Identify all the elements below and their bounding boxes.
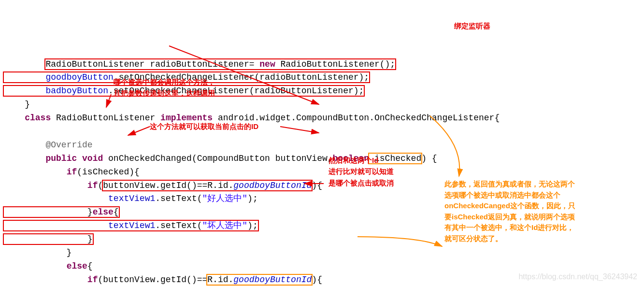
field-textView1: textView1 bbox=[108, 221, 155, 230]
else-block-box: }else{ textView1.setText("坏人选中"); } bbox=[4, 207, 258, 244]
t: ){ bbox=[312, 275, 322, 285]
kw-if: if bbox=[67, 167, 77, 177]
t: } bbox=[4, 234, 93, 244]
t bbox=[77, 154, 82, 163]
t: ){ bbox=[312, 181, 322, 190]
t: onCheckedChanged(CompoundButton buttonVi… bbox=[103, 154, 332, 163]
watermark: https://blog.csdn.net/qq_36243942 bbox=[518, 271, 637, 283]
t: (buttonView.getId()== bbox=[98, 275, 207, 285]
t: ); bbox=[247, 221, 258, 230]
note-compare-id: 然后和这两个Id进行比对就可以知道是哪个被点击或取消 bbox=[329, 155, 394, 188]
string-literal: "好人选中" bbox=[202, 194, 247, 203]
t bbox=[4, 167, 67, 177]
t: RadioButtonListener bbox=[51, 113, 160, 123]
note-bind-listener: 绑定监听器 bbox=[454, 20, 490, 31]
t bbox=[4, 113, 25, 123]
t: } bbox=[4, 248, 72, 257]
note-get-id: 这个方法就可以获取当前点击的ID bbox=[150, 121, 258, 132]
t: ( bbox=[98, 181, 103, 190]
t: .setText( bbox=[155, 194, 202, 203]
rid-compare-box: R.id.goodboyButtonId bbox=[207, 275, 312, 285]
kw-void: void bbox=[82, 154, 103, 163]
kw-new: new bbox=[259, 59, 275, 69]
t: (isChecked){ bbox=[77, 167, 140, 177]
kw-if: if bbox=[87, 181, 98, 190]
t bbox=[4, 261, 67, 271]
t bbox=[4, 181, 87, 190]
field-badboyButton: badboyButton bbox=[45, 86, 108, 96]
note-call-method: 哪个被选中都会调用这个方法，且把参数传递到这里，这样调用 bbox=[114, 76, 215, 99]
t: buttonView.getId()==R.id. bbox=[103, 181, 233, 190]
t: RadioButtonListener(); bbox=[275, 59, 395, 69]
t: { bbox=[87, 261, 93, 271]
t bbox=[4, 154, 45, 163]
t bbox=[4, 194, 108, 203]
kw-class: class bbox=[25, 113, 51, 123]
code-block: RadioButtonListener radioButtonListener=… bbox=[4, 58, 640, 286]
kw-else: else bbox=[93, 207, 114, 217]
t: ) { bbox=[421, 154, 437, 163]
note-ischecked-explain: 此参数，返回值为真或者假，无论这两个选项哪个被选中或取消选中都会这个onChec… bbox=[444, 179, 580, 244]
annotation-override: @Override bbox=[45, 140, 92, 150]
id-goodboyButtonId: goodboyButtonId bbox=[233, 275, 312, 285]
t: .setText( bbox=[155, 221, 202, 230]
string-literal: "坏人选中" bbox=[202, 221, 247, 230]
kw-public: public bbox=[45, 154, 77, 163]
t: ); bbox=[247, 194, 258, 203]
t bbox=[4, 275, 87, 285]
t bbox=[4, 140, 45, 150]
t: { bbox=[114, 207, 119, 217]
t bbox=[4, 221, 108, 230]
t: RadioButtonListener radioButtonListener= bbox=[45, 59, 259, 69]
id-goodboyButtonId: goodboyButtonId bbox=[233, 181, 312, 190]
field-goodboyButton: goodboyButton bbox=[45, 72, 113, 82]
kw-if: if bbox=[87, 275, 98, 285]
kw-else: else bbox=[67, 261, 87, 271]
t: } bbox=[4, 207, 93, 217]
t: R.id. bbox=[207, 275, 233, 285]
field-textView1: textView1 bbox=[108, 194, 155, 203]
t: } bbox=[4, 100, 30, 109]
getid-compare-box: buttonView.getId()==R.id.goodboyButtonId bbox=[103, 181, 312, 190]
